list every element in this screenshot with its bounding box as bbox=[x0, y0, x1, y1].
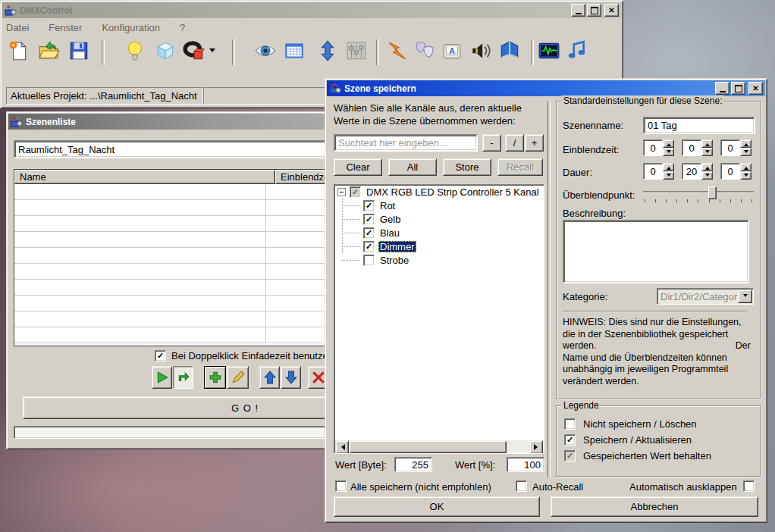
scroll-right-icon[interactable] bbox=[529, 440, 543, 454]
tree-root-item[interactable]: ✓ DMX RGB LED Strip Controller 5 Kanal bbox=[334, 185, 544, 199]
ice-cube-icon[interactable] bbox=[153, 39, 177, 63]
channel-checkbox[interactable]: ✓ bbox=[363, 214, 375, 225]
minimize-icon[interactable] bbox=[571, 4, 585, 17]
spinner-value[interactable]: 0 bbox=[643, 139, 663, 156]
column-header-name[interactable]: Name bbox=[14, 170, 275, 184]
menu-fenster[interactable]: Fenster bbox=[49, 22, 82, 33]
masks-icon[interactable] bbox=[413, 39, 437, 63]
music-icon[interactable] bbox=[564, 39, 588, 63]
menu-konfiguration[interactable]: Konfiguration bbox=[102, 22, 160, 33]
tree-item-blau[interactable]: ✓Blau bbox=[334, 226, 544, 239]
channel-checkbox[interactable]: ✓ bbox=[363, 227, 375, 239]
edit-scene-button[interactable] bbox=[227, 366, 249, 389]
open-project-icon[interactable] bbox=[36, 39, 61, 63]
ueberblendpunkt-slider[interactable] bbox=[643, 186, 754, 199]
spinner-value[interactable]: 0 bbox=[682, 139, 701, 156]
scroll-thumb[interactable] bbox=[350, 441, 507, 453]
store-button[interactable]: Store bbox=[443, 158, 491, 176]
eye-icon[interactable] bbox=[253, 39, 278, 63]
alle-speichern-checkbox[interactable] bbox=[335, 480, 347, 494]
doubleclick-checkbox[interactable]: ✓ bbox=[155, 350, 166, 361]
spin-down-icon[interactable] bbox=[663, 148, 674, 156]
updown-icon[interactable] bbox=[315, 39, 340, 63]
tree-item-rot[interactable]: ✓Rot bbox=[334, 199, 544, 212]
slider-thumb[interactable] bbox=[708, 186, 717, 199]
szenenname-input[interactable] bbox=[643, 117, 755, 134]
tree-item-strobe[interactable]: Strobe bbox=[334, 253, 544, 267]
tree-item-dimmer[interactable]: ✓Dimmer bbox=[334, 239, 544, 253]
light-bulb-icon[interactable] bbox=[123, 39, 147, 63]
tree-item-label: Blau bbox=[378, 227, 401, 239]
search-input[interactable] bbox=[334, 134, 478, 152]
minimize-icon[interactable] bbox=[715, 82, 730, 95]
all-button[interactable]: All bbox=[388, 158, 437, 176]
spin-up-icon[interactable] bbox=[740, 139, 751, 148]
spin-up-icon[interactable] bbox=[740, 163, 751, 171]
save-project-icon[interactable] bbox=[67, 39, 91, 63]
dialog-titlebar[interactable]: Szene speichern bbox=[327, 80, 765, 96]
column-divider bbox=[548, 101, 551, 477]
beschreibung-textarea[interactable] bbox=[563, 220, 749, 283]
play-button[interactable] bbox=[152, 366, 172, 389]
collapse-icon[interactable] bbox=[337, 188, 346, 196]
spin-up-icon[interactable] bbox=[701, 163, 713, 171]
audio-output-icon[interactable] bbox=[182, 39, 206, 63]
search-plus-button[interactable]: + bbox=[525, 134, 544, 152]
spin-down-icon[interactable] bbox=[701, 148, 713, 156]
library-icon[interactable] bbox=[497, 39, 522, 63]
main-titlebar[interactable]: DMXControl bbox=[2, 2, 621, 18]
effects-icon[interactable] bbox=[385, 39, 409, 63]
legend-label: Nicht speichern / Löschen bbox=[583, 418, 697, 430]
spin-up-icon[interactable] bbox=[701, 139, 713, 148]
tree-item-gelb[interactable]: ✓Gelb bbox=[334, 212, 544, 226]
menu-help[interactable]: ? bbox=[180, 22, 185, 33]
ok-button[interactable]: OK bbox=[334, 496, 540, 517]
spin-down-icon[interactable] bbox=[740, 148, 751, 156]
auto-recall-checkbox[interactable] bbox=[516, 480, 527, 494]
faders-icon[interactable] bbox=[344, 39, 369, 63]
status-project: Aktuelles Projekt: ...\Raumlicht_Tag_Nac… bbox=[6, 87, 203, 105]
close-icon[interactable] bbox=[604, 4, 619, 17]
doubleclick-option: ✓ Bei Doppelklick Einfadezeit benutzen bbox=[155, 350, 334, 361]
add-scene-button[interactable] bbox=[204, 366, 226, 389]
kategorie-dropdown[interactable]: Dir1/Dir2/Category bbox=[657, 288, 754, 305]
spin-down-icon[interactable] bbox=[740, 171, 751, 180]
cancel-button[interactable]: Abbrechen bbox=[551, 496, 758, 517]
channel-tree[interactable]: ✓ DMX RGB LED Strip Controller 5 Kanal ✓… bbox=[334, 184, 544, 454]
move-down-button[interactable] bbox=[281, 366, 301, 389]
channel-overview-icon[interactable] bbox=[282, 39, 306, 63]
move-up-button[interactable] bbox=[259, 366, 280, 389]
maximize-icon[interactable] bbox=[587, 4, 601, 17]
recall-button[interactable]: Recall bbox=[497, 158, 543, 176]
scroll-left-icon[interactable] bbox=[335, 440, 349, 454]
spinner-value[interactable]: 0 bbox=[720, 139, 740, 156]
channel-checkbox[interactable] bbox=[363, 255, 375, 266]
search-slash-button[interactable]: / bbox=[505, 134, 524, 152]
loop-icon bbox=[177, 371, 190, 384]
auto-expand-checkbox[interactable] bbox=[743, 480, 755, 494]
chevron-down-icon[interactable] bbox=[738, 289, 752, 303]
speaker-icon[interactable] bbox=[469, 39, 493, 63]
spinner-value[interactable]: 0 bbox=[643, 163, 663, 180]
clear-button[interactable]: Clear bbox=[334, 158, 382, 176]
loop-button[interactable] bbox=[173, 366, 193, 389]
spinner-value[interactable]: 0 bbox=[720, 163, 740, 180]
signal-monitor-icon[interactable] bbox=[537, 39, 561, 63]
tree-item-label: Rot bbox=[378, 200, 397, 211]
tree-horizontal-scrollbar[interactable] bbox=[335, 440, 543, 452]
channel-checkbox[interactable]: ✓ bbox=[363, 200, 375, 211]
close-icon[interactable] bbox=[748, 82, 763, 95]
dropdown-arrow-icon[interactable] bbox=[209, 49, 215, 55]
hotkey-icon[interactable]: A bbox=[440, 39, 464, 63]
spinner-value[interactable]: 20 bbox=[682, 163, 701, 180]
spin-up-icon[interactable] bbox=[663, 163, 674, 171]
channel-checkbox[interactable]: ✓ bbox=[363, 241, 375, 252]
search-minus-button[interactable]: - bbox=[482, 134, 501, 152]
spin-down-icon[interactable] bbox=[701, 171, 713, 180]
spin-up-icon[interactable] bbox=[663, 139, 674, 148]
root-checkbox[interactable]: ✓ bbox=[350, 186, 361, 198]
new-project-icon[interactable] bbox=[6, 39, 30, 63]
maximize-icon[interactable] bbox=[731, 82, 745, 95]
menu-datei[interactable]: Datei bbox=[6, 22, 29, 33]
spin-down-icon[interactable] bbox=[663, 171, 674, 180]
